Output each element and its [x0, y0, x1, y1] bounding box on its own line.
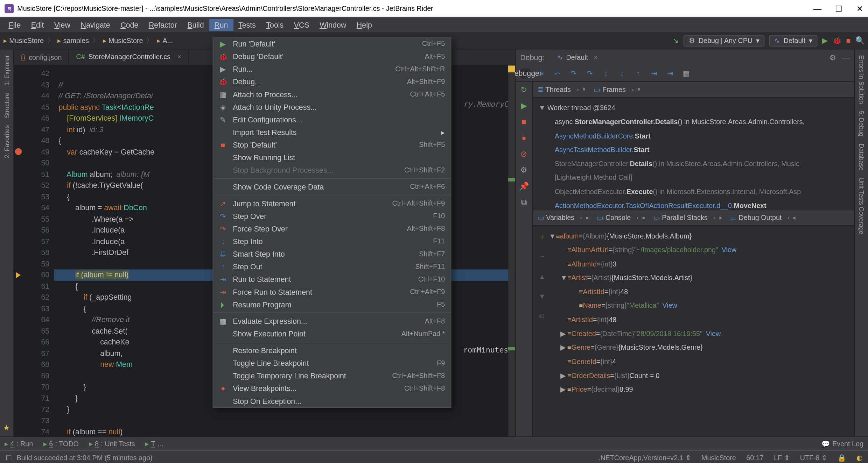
menu-item[interactable]: ●View Breakpoints...Ctrl+Shift+F8	[213, 382, 450, 394]
menu-tools[interactable]: Tools	[261, 19, 289, 30]
breadcrumb-item[interactable]: ▸ MusicStore	[4, 36, 44, 44]
rerun-icon[interactable]: ↻	[520, 85, 527, 94]
tool-tab[interactable]: Unit Tests Coverage	[858, 177, 865, 234]
mute-bp-icon[interactable]: ⊘	[520, 149, 527, 158]
tool-tab[interactable]: Database	[858, 143, 865, 170]
menu-build[interactable]: Build	[182, 19, 209, 30]
editor-tab[interactable]: {} config.json	[14, 50, 69, 64]
breakpoint-icon[interactable]: ●	[522, 133, 526, 142]
step-into-2-icon[interactable]: ↓	[617, 68, 627, 79]
menu-item[interactable]: Stop On Exception...	[213, 394, 450, 407]
eval-icon[interactable]: ▦	[681, 68, 692, 79]
variables-tree[interactable]: + − ▲ ▼ ⧉ ▼ ≡ album = {Album} {MusicStor…	[533, 226, 854, 436]
status-box-icon[interactable]: ☐	[6, 454, 12, 462]
step-out-icon[interactable]: ↑	[633, 68, 643, 79]
remove-watch-icon[interactable]: −	[540, 250, 544, 264]
menu-item[interactable]: Show Running List	[213, 151, 450, 164]
breadcrumb-item[interactable]: ▸ samples	[57, 36, 89, 44]
favorites-icon[interactable]: ★	[3, 423, 10, 432]
menu-item[interactable]: ↷Step OverF10	[213, 209, 450, 222]
variable-row[interactable]: ▼ ≡ Artist = {Artist} {MusicStore.Models…	[549, 271, 852, 285]
bottom-tab[interactable]: ▸ 8: Unit Tests	[89, 440, 135, 448]
menu-item[interactable]: Toggle Line BreakpointF9	[213, 357, 450, 369]
menu-view[interactable]: View	[49, 19, 75, 30]
vars-tab[interactable]: ▭ Console →×	[597, 214, 645, 222]
menu-item[interactable]: ⇥Force Run to StatementCtrl+Alt+F9	[213, 285, 450, 298]
maximize-button[interactable]: ☐	[835, 4, 842, 13]
gear-icon[interactable]: ⚙	[830, 53, 836, 62]
debug-session-tab[interactable]: ∿ Default ×	[552, 51, 602, 64]
menu-item[interactable]: Show Execution PointAlt+NumPad *	[213, 327, 450, 340]
line-ending[interactable]: LF ⇕	[774, 454, 790, 462]
menu-item[interactable]: ↷Force Step OverAlt+Shift+F8	[213, 222, 450, 235]
minimize-button[interactable]: —	[813, 4, 821, 13]
variable-row[interactable]: ▶ ≡ Created = {DateTime} "28/09/2018 16:…	[549, 327, 852, 341]
tool-tab[interactable]: Errors In Solution	[858, 55, 865, 104]
menu-item[interactable]: ↑Step OutShift+F11	[213, 260, 450, 273]
variable-row[interactable]: ≡ ArtistId = {int} 48	[549, 313, 852, 327]
stack-frame[interactable]: ObjectMethodExecutor.Execute() in Micros…	[539, 185, 848, 199]
menu-item[interactable]: ⏵Resume ProgramF5	[213, 298, 450, 311]
menu-item[interactable]: ◈Attach to Unity Process...	[213, 100, 450, 113]
minimize-panel-icon[interactable]: —	[842, 53, 849, 62]
frames-list[interactable]: ▼ Worker thread @3624 async StoreManager…	[533, 98, 854, 209]
build-icon[interactable]: ↘	[673, 36, 679, 45]
breadcrumb-item[interactable]: ▸ MusicStore	[103, 36, 143, 44]
tool-tab[interactable]: 5: Debug	[858, 111, 865, 136]
vars-tab[interactable]: ▭ Parallel Stacks →×	[653, 214, 722, 222]
menu-item[interactable]: ↗Jump to StatementCtrl+Alt+Shift+F9	[213, 197, 450, 209]
vars-tab[interactable]: ▭ Debug Output →×	[730, 214, 796, 222]
up-icon[interactable]: ▲	[539, 270, 546, 284]
menu-item[interactable]: ■Stop 'Default'Shift+F5	[213, 138, 450, 151]
threads-tab[interactable]: ≣Threads →×	[538, 85, 586, 93]
bottom-tab[interactable]: ▸ 6: TODO	[43, 440, 79, 448]
stack-frame[interactable]: [Lightweight Method Call]	[539, 171, 848, 185]
vars-tab[interactable]: ▭ Variables →×	[538, 214, 589, 222]
target-framework[interactable]: .NETCoreApp,Version=v2.1 ⇕	[598, 454, 691, 462]
stack-frame[interactable]: ActionMethodExecutor.TaskOfIActionResult…	[539, 199, 848, 209]
close-button[interactable]: ✕	[856, 4, 863, 13]
menu-item[interactable]: Show Code Coverage DataCtrl+Alt+F6	[213, 180, 450, 193]
menu-item[interactable]: 🐞Debug 'Default'Alt+F5	[213, 50, 450, 63]
search-button[interactable]: 🔍	[855, 36, 864, 45]
menu-refactor[interactable]: Refactor	[144, 19, 182, 30]
step-over-icon[interactable]: ↷	[568, 68, 579, 79]
menu-item[interactable]: ▥Attach to Process...Ctrl+Alt+F5	[213, 88, 450, 100]
menu-item[interactable]: ↓Step IntoF11	[213, 235, 450, 248]
stack-frame[interactable]: AsyncMethodBuilderCore.Start	[539, 129, 848, 143]
menu-help[interactable]: Help	[351, 19, 377, 30]
lock-icon[interactable]: 🔒	[838, 454, 846, 462]
menu-file[interactable]: File	[4, 19, 26, 30]
encoding[interactable]: UTF-8 ⇕	[800, 454, 827, 462]
run-button[interactable]: ▶	[822, 36, 828, 45]
menu-item[interactable]: ▦Evaluate Expression...Alt+F8	[213, 315, 450, 327]
menu-code[interactable]: Code	[115, 19, 144, 30]
tool-tab[interactable]: Structure	[3, 93, 10, 118]
menu-item[interactable]: ⇥Run to StatementCtrl+F10	[213, 273, 450, 285]
menu-item[interactable]: ⇊Smart Step IntoShift+F7	[213, 248, 450, 260]
stop-button[interactable]: ■	[846, 36, 851, 45]
stack-frame[interactable]: StoreManagerController.Details() in Musi…	[539, 157, 848, 171]
pin-icon[interactable]: 📌	[519, 181, 529, 191]
frames-tab[interactable]: ▭Frames →×	[594, 85, 640, 93]
solution-config-combo[interactable]: ⚙ Debug | Any CPU ▾	[684, 35, 764, 46]
run-to-icon[interactable]: ⇥	[649, 68, 659, 79]
menu-item[interactable]: ✎Edit Configurations...	[213, 113, 450, 126]
step-into-icon[interactable]: ↓	[601, 68, 611, 79]
close-icon[interactable]: ×	[594, 54, 598, 62]
add-watch-icon[interactable]: +	[540, 230, 544, 244]
tool-tab[interactable]: 1: Explorer	[3, 55, 10, 86]
variable-row[interactable]: ≡ ArtistId = {int} 48	[549, 285, 852, 299]
variable-row[interactable]: ≡ AlbumArtUrl = {string} "~/Images/place…	[549, 243, 852, 257]
inspector-icon[interactable]: ◐	[856, 454, 862, 462]
down-icon[interactable]: ▼	[539, 290, 546, 304]
stack-frame[interactable]: AsyncTaskMethodBuilder.Start	[539, 143, 848, 157]
menu-item[interactable]: Stop Background Processes...Ctrl+Shift+F…	[213, 164, 450, 176]
event-log-tab[interactable]: 💬 Event Log	[821, 440, 863, 448]
menu-run[interactable]: Run	[209, 19, 233, 30]
variable-row[interactable]: ▶ ≡ Genre = {Genre} {MusicStore.Models.G…	[549, 341, 852, 355]
editor-tab[interactable]: C# StoreManagerController.cs ×	[69, 50, 189, 65]
menu-item[interactable]: 🐞Debug...Alt+Shift+F9	[213, 75, 450, 88]
stop-icon[interactable]: ■	[522, 117, 526, 126]
bottom-tab[interactable]: ▸ T...	[145, 440, 163, 448]
